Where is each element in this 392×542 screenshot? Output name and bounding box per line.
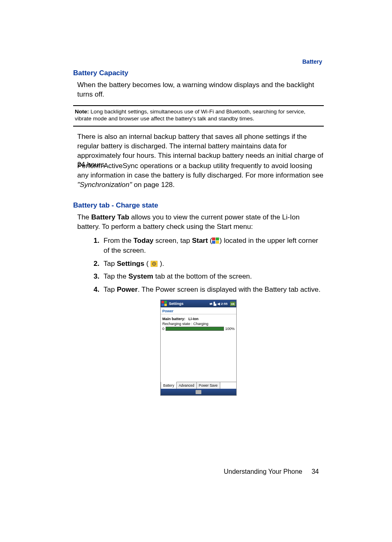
- note-text: Long backlight settings, simultaneous us…: [75, 108, 305, 122]
- status-icons: ⇄ ▙ ◀ 2:55 ok: [210, 302, 235, 306]
- tab-advanced[interactable]: Advanced: [177, 382, 197, 389]
- page-footer: Understanding Your Phone 34: [224, 468, 319, 475]
- step-1: 1. From the Today screen, tap Start () l…: [90, 236, 324, 256]
- step-2: 2. Tap Settings ( ).: [90, 259, 324, 269]
- heading-battery-tab: Battery tab - Charge state: [73, 201, 324, 210]
- footer-page-number: 34: [311, 468, 319, 475]
- titlebar-title: Settings: [169, 302, 210, 306]
- tab-battery[interactable]: Battery: [161, 382, 177, 389]
- para-batterytab: The Battery Tab allows you to view the c…: [77, 213, 324, 232]
- svg-rect-1: [216, 238, 219, 240]
- screen-body: Main battery: Li-Ion Recharging state : …: [161, 314, 236, 382]
- keyboard-icon[interactable]: [196, 390, 201, 394]
- step-3: 3. Tap the System tab at the bottom of t…: [90, 272, 324, 281]
- svg-rect-0: [212, 238, 215, 240]
- sync-icon: ⇄: [210, 302, 212, 306]
- screen-heading-power: Power: [161, 307, 236, 314]
- tabs-row: Battery Advanced Power Save: [161, 382, 236, 389]
- svg-rect-10: [164, 304, 167, 306]
- device-screenshot: Settings ⇄ ▙ ◀ 2:55 ok Power Main batter…: [160, 300, 237, 396]
- svg-point-6: [154, 263, 155, 264]
- settings-gear-icon: [150, 260, 158, 267]
- svg-rect-2: [212, 241, 215, 244]
- step-4: 4. Tap Power. The Power screen is displa…: [90, 285, 324, 295]
- ok-button[interactable]: ok: [230, 302, 235, 306]
- link-synchronization: "Synchronization": [77, 181, 132, 189]
- main-battery-line: Main battery: Li-Ion: [162, 317, 235, 321]
- signal-icon: ▙: [214, 302, 216, 306]
- progress-row: 0 100%: [162, 327, 235, 331]
- page-content: Battery Capacity When the battery become…: [73, 58, 324, 396]
- clock-text: 2:55: [221, 302, 228, 306]
- footer-chapter: Understanding Your Phone: [224, 468, 302, 475]
- svg-rect-7: [161, 301, 164, 303]
- svg-rect-3: [216, 241, 219, 244]
- para-capacity: When the battery becomes low, a warning …: [77, 81, 324, 99]
- speaker-icon: ◀: [217, 302, 220, 306]
- note-block: Note: Long backlight settings, simultane…: [73, 105, 324, 127]
- progress-min: 0: [162, 327, 164, 331]
- svg-rect-9: [161, 304, 164, 306]
- steps-list: 1. From the Today screen, tap Start () l…: [90, 236, 324, 295]
- progress-max: 100%: [225, 327, 235, 331]
- para-activesync-full: Perform ActiveSync operations or a backu…: [77, 161, 324, 190]
- titlebar: Settings ⇄ ▙ ◀ 2:55 ok: [161, 300, 236, 307]
- recharge-line: Recharging state : Charging: [162, 322, 235, 326]
- heading-battery-capacity: Battery Capacity: [73, 69, 324, 77]
- windows-flag-icon: [161, 301, 167, 307]
- tab-power-save[interactable]: Power Save: [197, 382, 220, 389]
- progress-fill: [166, 327, 224, 330]
- battery-progress-bar: [166, 327, 224, 331]
- note-prefix: Note:: [75, 108, 89, 115]
- svg-rect-8: [164, 301, 167, 303]
- start-flag-icon: [212, 237, 219, 244]
- bottom-bar: [161, 389, 236, 395]
